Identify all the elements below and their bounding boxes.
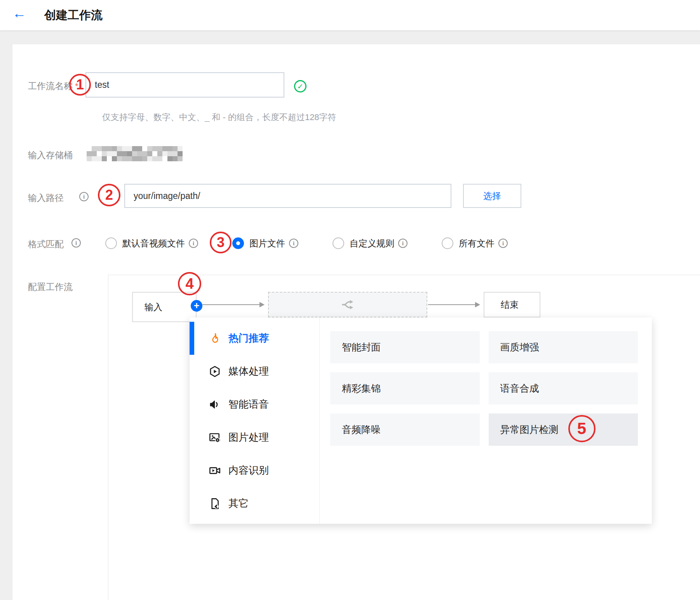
- input-bucket-label: 输入存储桶: [28, 149, 73, 161]
- input-path-input[interactable]: [124, 184, 451, 208]
- back-button[interactable]: ←: [11, 5, 28, 22]
- picker-item-smart-cover[interactable]: 智能封面: [330, 331, 480, 363]
- page-title: 创建工作流: [44, 7, 103, 23]
- smart-speech-icon: [208, 398, 221, 411]
- info-icon[interactable]: i: [498, 239, 508, 248]
- category-smart-speech[interactable]: 智能语音: [190, 388, 319, 421]
- annotation-step-3: 3: [210, 232, 232, 253]
- picker-category-menu: 热门推荐 媒体处理 智能语音: [190, 317, 320, 524]
- media-processing-icon: [208, 365, 221, 378]
- picker-item-quality-enhance[interactable]: 画质增强: [489, 331, 638, 363]
- picker-item-speech-synthesis[interactable]: 语音合成: [489, 372, 638, 405]
- choose-path-button[interactable]: 选择: [463, 184, 521, 208]
- radio-selected-icon[interactable]: [232, 237, 244, 249]
- picker-item-abnormal-image-detect[interactable]: 异常图片检测 5: [489, 413, 638, 446]
- format-match-label: 格式匹配: [28, 238, 64, 250]
- category-hot-recommend[interactable]: 热门推荐: [190, 322, 319, 355]
- info-icon[interactable]: i: [189, 239, 198, 248]
- format-option-image-file[interactable]: 3 图片文件 i: [232, 237, 298, 249]
- radio-unselected-icon[interactable]: [442, 237, 453, 249]
- create-workflow-page: ← 创建工作流 工作流名称* ✓ 1 仅支持字母、数字、中文、_ 和 - 的组合…: [0, 0, 700, 600]
- annotation-step-2: 2: [98, 184, 120, 206]
- picker-item-grid: 智能封面 画质增强 精彩集锦 语音合成 音频降噪 异常图片检测 5: [320, 317, 652, 524]
- info-icon[interactable]: i: [71, 238, 81, 248]
- flame-icon: [208, 332, 221, 345]
- format-option-all-files[interactable]: 所有文件 i: [442, 237, 508, 249]
- radio-unselected-icon[interactable]: [105, 237, 117, 249]
- flow-node-placeholder[interactable]: [268, 292, 427, 317]
- info-icon[interactable]: i: [79, 192, 89, 201]
- node-picker-panel: 热门推荐 媒体处理 智能语音: [190, 317, 652, 524]
- flow-arrow: [202, 304, 264, 305]
- workflow-name-input[interactable]: [85, 72, 284, 98]
- format-option-default-av[interactable]: 默认音视频文件 i: [105, 237, 198, 249]
- picker-item-highlights[interactable]: 精彩集锦: [330, 372, 480, 405]
- image-processing-icon: [208, 431, 221, 444]
- category-content-recognition[interactable]: 内容识别: [190, 454, 319, 487]
- category-image-processing[interactable]: 图片处理: [190, 421, 319, 454]
- info-icon[interactable]: i: [289, 239, 298, 248]
- active-category-indicator: [190, 322, 194, 355]
- format-option-custom-rule[interactable]: 自定义规则 i: [333, 237, 407, 249]
- format-options-row: 默认音视频文件 i 3 图片文件 i 自定义规则 i 所有文件 i: [105, 237, 542, 249]
- category-other[interactable]: 其它: [190, 487, 319, 520]
- other-file-icon: [208, 497, 221, 510]
- annotation-step-5: 5: [568, 415, 596, 442]
- validation-success-icon: ✓: [294, 80, 306, 92]
- redacted-bucket-value: [87, 146, 183, 161]
- arrow-left-icon: ←: [12, 5, 26, 21]
- name-help-text: 仅支持字母、数字、中文、_ 和 - 的组合，长度不超过128字符: [102, 112, 336, 123]
- branch-icon: [340, 297, 355, 312]
- category-media-processing[interactable]: 媒体处理: [190, 355, 319, 388]
- annotation-step-1: 1: [69, 74, 91, 96]
- configure-workflow-label: 配置工作流: [28, 281, 73, 293]
- flow-node-input[interactable]: 输入: [132, 292, 197, 322]
- content-recognition-icon: [208, 464, 221, 477]
- flow-arrow: [428, 304, 479, 305]
- annotation-step-4: 4: [178, 272, 201, 295]
- input-path-label: 输入路径: [28, 192, 64, 204]
- picker-item-audio-denoise[interactable]: 音频降噪: [330, 413, 480, 446]
- add-node-button[interactable]: +: [191, 300, 202, 312]
- info-icon[interactable]: i: [398, 239, 407, 248]
- page-header: ← 创建工作流: [0, 0, 700, 30]
- flow-node-end[interactable]: 结束: [484, 292, 540, 317]
- radio-unselected-icon[interactable]: [333, 237, 344, 249]
